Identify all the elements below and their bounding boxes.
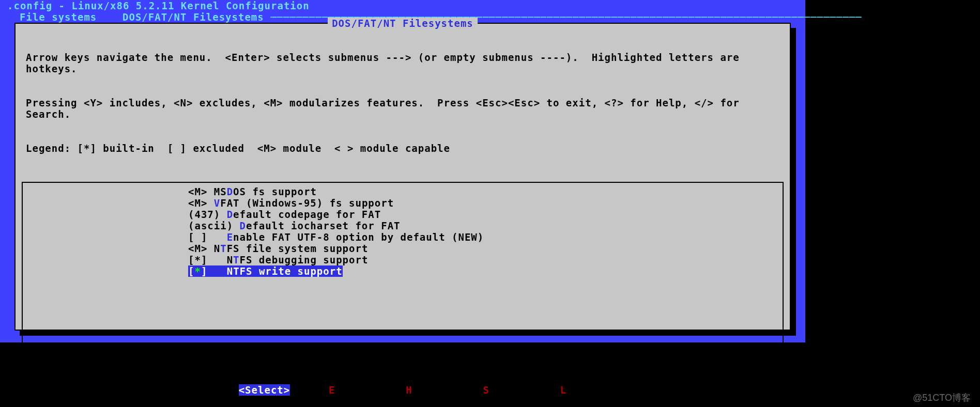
option-vfat-fs[interactable]: <M> VFAT (Windows-95) fs support: [23, 197, 783, 209]
help-line: Pressing <Y> includes, <N> excludes, <M>…: [26, 97, 779, 120]
window-title: .config - Linux/x86 5.2.11 Kernel Config…: [5, 0, 800, 11]
star-icon: *: [194, 265, 201, 277]
select-button[interactable]: <Select>: [239, 384, 290, 396]
help-line: Legend: [*] built-in [ ] excluded <M> mo…: [26, 143, 779, 154]
button-bar: <Select> < Exit > < Help > < Save > < Lo…: [16, 384, 790, 396]
hotkey: E: [227, 231, 233, 243]
save-button[interactable]: < Save >: [470, 384, 522, 396]
option-default-iocharset[interactable]: (ascii) Default iocharset for FAT: [23, 220, 783, 231]
help-text: Arrow keys navigate the menu. <Enter> se…: [16, 24, 790, 180]
help-button[interactable]: < Help >: [393, 384, 445, 396]
options-box: <M> MSDOS fs support <M> VFAT (Windows-9…: [22, 182, 784, 373]
hotkey: T: [233, 265, 239, 277]
hotkey: D: [227, 186, 233, 197]
load-button[interactable]: < Load >: [547, 384, 599, 396]
exit-button[interactable]: < Exit >: [316, 384, 368, 396]
option-default-codepage[interactable]: (437) Default codepage for FAT: [23, 209, 783, 220]
option-msdos-fs[interactable]: <M> MSDOS fs support: [23, 186, 783, 197]
option-ntfs-debug[interactable]: [*] NTFS debugging support: [23, 254, 783, 265]
option-fat-utf8[interactable]: [ ] Enable FAT UTF-8 option by default (…: [23, 231, 783, 243]
hotkey: T: [233, 254, 239, 265]
hotkey: T: [220, 243, 226, 254]
help-line: Arrow keys navigate the menu. <Enter> se…: [26, 52, 779, 74]
hotkey: D: [240, 220, 246, 231]
hotkey: D: [227, 209, 233, 220]
panel-title: DOS/FAT/NT Filesystems: [16, 18, 790, 29]
option-ntfs-fs[interactable]: <M> NTFS file system support: [23, 243, 783, 254]
hotkey: V: [214, 197, 220, 209]
option-ntfs-write[interactable]: [*] NTFS write support: [188, 265, 343, 277]
main-panel: DOS/FAT/NT Filesystems Arrow keys naviga…: [14, 23, 791, 331]
watermark: @51CTO博客: [913, 392, 971, 404]
menuconfig-screen: .config - Linux/x86 5.2.11 Kernel Config…: [0, 0, 805, 342]
